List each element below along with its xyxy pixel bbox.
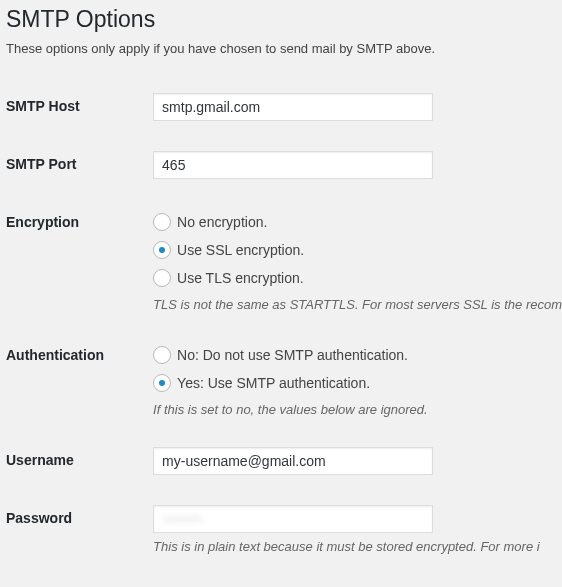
authentication-radio-no[interactable] bbox=[153, 346, 171, 364]
username-label: Username bbox=[6, 432, 153, 490]
authentication-option-no: No: Do not use SMTP authentication. bbox=[177, 347, 408, 363]
settings-table: SMTP Host SMTP Port Encryption No encryp… bbox=[6, 78, 562, 569]
encryption-radio-none[interactable] bbox=[153, 213, 171, 231]
password-note: This is in plain text because it must be… bbox=[153, 539, 562, 554]
password-mask: ········ bbox=[163, 510, 202, 526]
encryption-label: Encryption bbox=[6, 194, 153, 327]
smtp-port-input[interactable] bbox=[153, 151, 433, 179]
authentication-option-yes: Yes: Use SMTP authentication. bbox=[177, 375, 370, 391]
encryption-option-none: No encryption. bbox=[177, 214, 267, 230]
username-input[interactable] bbox=[153, 447, 433, 475]
smtp-host-label: SMTP Host bbox=[6, 78, 153, 136]
encryption-option-tls: Use TLS encryption. bbox=[177, 270, 304, 286]
password-label: Password bbox=[6, 490, 153, 569]
authentication-note: If this is set to no, the values below a… bbox=[153, 402, 562, 417]
section-title: SMTP Options bbox=[6, 6, 562, 33]
encryption-radio-ssl[interactable] bbox=[153, 241, 171, 259]
encryption-note: TLS is not the same as STARTTLS. For mos… bbox=[153, 297, 562, 312]
authentication-label: Authentication bbox=[6, 327, 153, 432]
smtp-port-label: SMTP Port bbox=[6, 136, 153, 194]
authentication-radio-yes[interactable] bbox=[153, 374, 171, 392]
section-note: These options only apply if you have cho… bbox=[6, 41, 562, 56]
encryption-radio-tls[interactable] bbox=[153, 269, 171, 287]
smtp-host-input[interactable] bbox=[153, 93, 433, 121]
encryption-option-ssl: Use SSL encryption. bbox=[177, 242, 304, 258]
